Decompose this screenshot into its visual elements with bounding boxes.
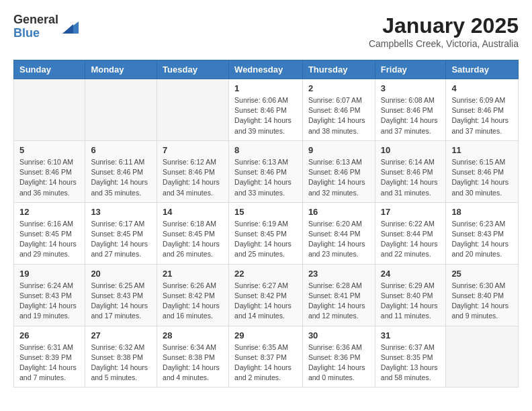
day-info: Sunrise: 6:32 AM Sunset: 8:38 PM Dayligh… bbox=[91, 342, 151, 383]
day-number: 17 bbox=[381, 207, 441, 217]
day-number: 13 bbox=[91, 207, 151, 217]
day-info: Sunrise: 6:13 AM Sunset: 8:46 PM Dayligh… bbox=[234, 157, 297, 198]
calendar-cell: 28Sunrise: 6:34 AM Sunset: 8:38 PM Dayli… bbox=[157, 326, 229, 387]
day-info: Sunrise: 6:24 AM Sunset: 8:43 PM Dayligh… bbox=[19, 281, 79, 322]
svg-marker-1 bbox=[62, 24, 73, 34]
day-info: Sunrise: 6:13 AM Sunset: 8:46 PM Dayligh… bbox=[308, 157, 369, 198]
month-title: January 2025 bbox=[369, 13, 519, 38]
day-info: Sunrise: 6:29 AM Sunset: 8:40 PM Dayligh… bbox=[381, 281, 441, 322]
calendar-cell: 19Sunrise: 6:24 AM Sunset: 8:43 PM Dayli… bbox=[14, 264, 85, 326]
calendar-cell: 2Sunrise: 6:07 AM Sunset: 8:46 PM Daylig… bbox=[302, 79, 375, 141]
day-number: 5 bbox=[19, 145, 79, 155]
day-number: 31 bbox=[381, 330, 441, 340]
day-info: Sunrise: 6:10 AM Sunset: 8:46 PM Dayligh… bbox=[19, 157, 79, 198]
day-info: Sunrise: 6:20 AM Sunset: 8:44 PM Dayligh… bbox=[308, 219, 369, 260]
calendar-cell: 11Sunrise: 6:15 AM Sunset: 8:46 PM Dayli… bbox=[446, 140, 519, 202]
day-number: 29 bbox=[234, 330, 297, 340]
calendar-cell: 31Sunrise: 6:37 AM Sunset: 8:35 PM Dayli… bbox=[375, 326, 446, 387]
day-of-week-header: Wednesday bbox=[229, 60, 303, 79]
calendar-cell: 30Sunrise: 6:36 AM Sunset: 8:36 PM Dayli… bbox=[302, 326, 375, 387]
day-info: Sunrise: 6:12 AM Sunset: 8:46 PM Dayligh… bbox=[163, 157, 223, 198]
day-of-week-header: Thursday bbox=[302, 60, 375, 79]
day-info: Sunrise: 6:35 AM Sunset: 8:37 PM Dayligh… bbox=[234, 342, 297, 383]
logo: General Blue bbox=[13, 13, 79, 40]
calendar-cell: 26Sunrise: 6:31 AM Sunset: 8:39 PM Dayli… bbox=[14, 326, 85, 387]
day-info: Sunrise: 6:34 AM Sunset: 8:38 PM Dayligh… bbox=[163, 342, 223, 383]
day-info: Sunrise: 6:23 AM Sunset: 8:43 PM Dayligh… bbox=[451, 219, 513, 260]
day-number: 8 bbox=[234, 145, 297, 155]
day-number: 1 bbox=[234, 83, 297, 93]
day-number: 3 bbox=[381, 83, 441, 93]
day-number: 30 bbox=[308, 330, 369, 340]
day-info: Sunrise: 6:16 AM Sunset: 8:45 PM Dayligh… bbox=[19, 219, 79, 260]
title-section: January 2025 Campbells Creek, Victoria, … bbox=[369, 13, 519, 49]
day-number: 2 bbox=[308, 83, 369, 93]
calendar-cell bbox=[85, 79, 157, 141]
calendar-week-row: 1Sunrise: 6:06 AM Sunset: 8:46 PM Daylig… bbox=[14, 79, 519, 141]
day-info: Sunrise: 6:09 AM Sunset: 8:46 PM Dayligh… bbox=[451, 95, 513, 136]
day-info: Sunrise: 6:08 AM Sunset: 8:46 PM Dayligh… bbox=[381, 95, 441, 136]
day-info: Sunrise: 6:30 AM Sunset: 8:40 PM Dayligh… bbox=[451, 281, 513, 322]
calendar-cell bbox=[446, 326, 519, 387]
calendar-header-row: SundayMondayTuesdayWednesdayThursdayFrid… bbox=[14, 60, 519, 79]
calendar-cell: 27Sunrise: 6:32 AM Sunset: 8:38 PM Dayli… bbox=[85, 326, 157, 387]
day-number: 12 bbox=[19, 207, 79, 217]
calendar-cell: 18Sunrise: 6:23 AM Sunset: 8:43 PM Dayli… bbox=[446, 202, 519, 264]
calendar-cell: 22Sunrise: 6:27 AM Sunset: 8:42 PM Dayli… bbox=[229, 264, 303, 326]
day-number: 15 bbox=[234, 207, 297, 217]
calendar-cell: 17Sunrise: 6:22 AM Sunset: 8:44 PM Dayli… bbox=[375, 202, 446, 264]
calendar-cell: 15Sunrise: 6:19 AM Sunset: 8:45 PM Dayli… bbox=[229, 202, 303, 264]
day-info: Sunrise: 6:36 AM Sunset: 8:36 PM Dayligh… bbox=[308, 342, 369, 383]
calendar-cell: 5Sunrise: 6:10 AM Sunset: 8:46 PM Daylig… bbox=[14, 140, 85, 202]
calendar-cell: 6Sunrise: 6:11 AM Sunset: 8:46 PM Daylig… bbox=[85, 140, 157, 202]
day-info: Sunrise: 6:19 AM Sunset: 8:45 PM Dayligh… bbox=[234, 219, 297, 260]
day-number: 16 bbox=[308, 207, 369, 217]
calendar-cell bbox=[14, 79, 85, 141]
calendar-table: SundayMondayTuesdayWednesdayThursdayFrid… bbox=[13, 60, 519, 387]
day-info: Sunrise: 6:18 AM Sunset: 8:45 PM Dayligh… bbox=[163, 219, 223, 260]
day-info: Sunrise: 6:25 AM Sunset: 8:43 PM Dayligh… bbox=[91, 281, 151, 322]
day-number: 4 bbox=[451, 83, 513, 93]
day-of-week-header: Monday bbox=[85, 60, 157, 79]
day-number: 25 bbox=[451, 269, 513, 279]
day-info: Sunrise: 6:22 AM Sunset: 8:44 PM Dayligh… bbox=[381, 219, 441, 260]
day-of-week-header: Tuesday bbox=[157, 60, 229, 79]
day-of-week-header: Friday bbox=[375, 60, 446, 79]
day-info: Sunrise: 6:26 AM Sunset: 8:42 PM Dayligh… bbox=[163, 281, 223, 322]
logo-icon bbox=[60, 17, 79, 36]
calendar-cell: 29Sunrise: 6:35 AM Sunset: 8:37 PM Dayli… bbox=[229, 326, 303, 387]
logo-blue-text: Blue bbox=[13, 27, 58, 40]
day-info: Sunrise: 6:15 AM Sunset: 8:46 PM Dayligh… bbox=[451, 157, 513, 198]
calendar-cell: 9Sunrise: 6:13 AM Sunset: 8:46 PM Daylig… bbox=[302, 140, 375, 202]
calendar-cell: 1Sunrise: 6:06 AM Sunset: 8:46 PM Daylig… bbox=[229, 79, 303, 141]
calendar-cell: 7Sunrise: 6:12 AM Sunset: 8:46 PM Daylig… bbox=[157, 140, 229, 202]
day-number: 10 bbox=[381, 145, 441, 155]
day-number: 18 bbox=[451, 207, 513, 217]
day-info: Sunrise: 6:31 AM Sunset: 8:39 PM Dayligh… bbox=[19, 342, 79, 383]
calendar-cell: 8Sunrise: 6:13 AM Sunset: 8:46 PM Daylig… bbox=[229, 140, 303, 202]
day-number: 26 bbox=[19, 330, 79, 340]
calendar-cell: 12Sunrise: 6:16 AM Sunset: 8:45 PM Dayli… bbox=[14, 202, 85, 264]
day-number: 14 bbox=[163, 207, 223, 217]
day-info: Sunrise: 6:14 AM Sunset: 8:46 PM Dayligh… bbox=[381, 157, 441, 198]
calendar-cell: 4Sunrise: 6:09 AM Sunset: 8:46 PM Daylig… bbox=[446, 79, 519, 141]
calendar-week-row: 19Sunrise: 6:24 AM Sunset: 8:43 PM Dayli… bbox=[14, 264, 519, 326]
calendar-cell: 14Sunrise: 6:18 AM Sunset: 8:45 PM Dayli… bbox=[157, 202, 229, 264]
calendar-cell: 3Sunrise: 6:08 AM Sunset: 8:46 PM Daylig… bbox=[375, 79, 446, 141]
calendar-week-row: 5Sunrise: 6:10 AM Sunset: 8:46 PM Daylig… bbox=[14, 140, 519, 202]
day-number: 6 bbox=[91, 145, 151, 155]
calendar-cell: 21Sunrise: 6:26 AM Sunset: 8:42 PM Dayli… bbox=[157, 264, 229, 326]
calendar-week-row: 12Sunrise: 6:16 AM Sunset: 8:45 PM Dayli… bbox=[14, 202, 519, 264]
calendar-cell: 16Sunrise: 6:20 AM Sunset: 8:44 PM Dayli… bbox=[302, 202, 375, 264]
day-number: 22 bbox=[234, 269, 297, 279]
day-number: 28 bbox=[163, 330, 223, 340]
day-of-week-header: Sunday bbox=[14, 60, 85, 79]
day-info: Sunrise: 6:17 AM Sunset: 8:45 PM Dayligh… bbox=[91, 219, 151, 260]
day-info: Sunrise: 6:37 AM Sunset: 8:35 PM Dayligh… bbox=[381, 342, 441, 383]
day-info: Sunrise: 6:06 AM Sunset: 8:46 PM Dayligh… bbox=[234, 95, 297, 136]
calendar-cell: 25Sunrise: 6:30 AM Sunset: 8:40 PM Dayli… bbox=[446, 264, 519, 326]
day-number: 11 bbox=[451, 145, 513, 155]
day-number: 21 bbox=[163, 269, 223, 279]
day-number: 23 bbox=[308, 269, 369, 279]
day-number: 20 bbox=[91, 269, 151, 279]
